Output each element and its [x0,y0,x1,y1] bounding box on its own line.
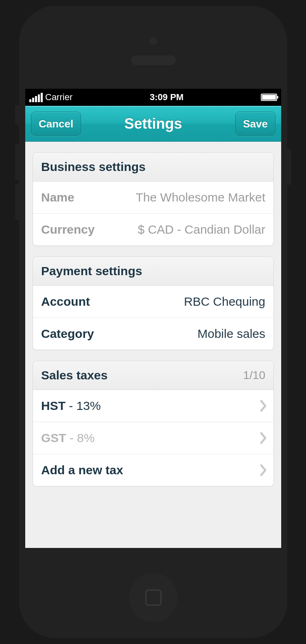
tax-hst-code: HST [41,399,66,412]
phone-frame: Carrier 3:09 PM Cancel Settings Save Bus… [19,6,287,638]
carrier-label: Carrier [45,92,72,103]
tax-gst-rate: 8% [77,431,94,445]
tax-row-hst[interactable]: HST - 13% [33,390,273,422]
business-name-row[interactable]: Name The Wholesome Market [33,182,273,214]
business-settings-title: Business settings [41,160,146,174]
battery-icon [261,94,277,101]
business-settings-card: Business settings Name The Wholesome Mar… [33,152,274,246]
phone-camera [150,37,157,45]
chevron-right-icon [260,464,268,477]
signal-icon [29,93,43,102]
business-name-value: The Wholesome Market [136,191,265,204]
business-currency-value: $ CAD - Candian Dollar [138,223,265,237]
phone-mute-switch [15,105,19,125]
screen: Carrier 3:09 PM Cancel Settings Save Bus… [25,89,281,548]
payment-account-label: Account [41,295,90,309]
payment-account-row[interactable]: Account RBC Chequing [33,286,273,318]
payment-category-row[interactable]: Category Mobile sales [33,318,273,350]
sales-taxes-header: Sales taxes 1/10 [33,361,273,390]
tax-gst-code: GST [41,431,66,445]
business-settings-header: Business settings [33,153,273,182]
payment-category-label: Category [41,327,94,341]
phone-volume-down [15,184,19,220]
nav-bar: Cancel Settings Save [25,106,281,142]
phone-speaker [131,55,176,65]
home-button[interactable] [129,573,178,622]
phone-power-button [287,149,291,185]
status-time: 3:09 PM [72,92,261,103]
status-bar: Carrier 3:09 PM [25,89,281,106]
sales-taxes-card: Sales taxes 1/10 HST - 13% GST - 8% [33,361,274,486]
payment-category-value: Mobile sales [197,327,265,341]
add-tax-row[interactable]: Add a new tax [33,454,273,486]
tax-hst-rate: 13% [76,399,101,412]
phone-volume-up [15,144,19,180]
payment-settings-card: Payment settings Account RBC Chequing Ca… [33,256,274,350]
save-button[interactable]: Save [235,112,275,136]
tax-hst-text: HST - 13% [41,399,101,413]
add-tax-label: Add a new tax [41,463,123,477]
business-name-label: Name [41,191,74,204]
tax-gst-text: GST - 8% [41,431,95,445]
business-currency-row[interactable]: Currency $ CAD - Candian Dollar [33,214,273,245]
cancel-button[interactable]: Cancel [31,112,81,136]
sales-taxes-counter: 1/10 [243,369,266,382]
content: Business settings Name The Wholesome Mar… [25,142,281,548]
payment-settings-header: Payment settings [33,257,273,286]
business-currency-label: Currency [41,223,95,237]
chevron-right-icon [260,432,268,445]
chevron-right-icon [260,399,268,412]
sales-taxes-title: Sales taxes [41,368,107,382]
payment-account-value: RBC Chequing [184,295,265,309]
tax-row-gst[interactable]: GST - 8% [33,422,273,454]
payment-settings-title: Payment settings [41,264,142,278]
